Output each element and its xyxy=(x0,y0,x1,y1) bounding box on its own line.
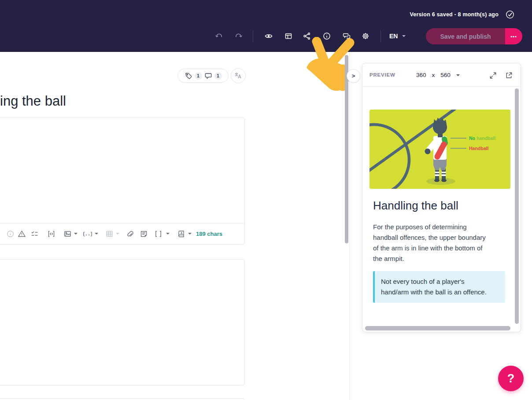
chevron-down-icon xyxy=(456,74,460,76)
redo-icon[interactable] xyxy=(231,28,247,44)
warning-icon[interactable] xyxy=(17,229,26,238)
language-selector[interactable]: EN xyxy=(389,31,406,41)
expand-preview-icon[interactable] xyxy=(488,71,497,80)
svg-text:Nohandball: Nohandball xyxy=(469,136,495,141)
chevron-down-icon xyxy=(116,233,119,235)
code-block-icon[interactable] xyxy=(47,229,55,238)
preview-title: PREVIEW xyxy=(369,72,395,77)
editor-scrollbar[interactable] xyxy=(345,55,348,243)
variables-icon[interactable]: {..} xyxy=(83,229,92,238)
viewport-height: 560 xyxy=(440,72,451,78)
tag-icon xyxy=(185,72,192,80)
comment-count-badge: 1 xyxy=(214,72,222,80)
settings-gear-icon[interactable] xyxy=(358,28,373,44)
svg-text:{..}: {..} xyxy=(83,231,92,236)
preview-eye-icon[interactable] xyxy=(261,28,277,44)
comments-icon[interactable] xyxy=(339,28,355,44)
lesson-title[interactable]: ing the ball xyxy=(0,93,66,109)
image-insert-icon[interactable] xyxy=(63,229,72,238)
block-info-icon xyxy=(6,229,15,238)
toolbar-separator xyxy=(381,30,381,42)
collapse-preview-button[interactable]: > xyxy=(347,69,360,83)
viewport-width: 360 xyxy=(416,72,426,78)
media-block-card xyxy=(0,259,245,385)
layout-icon[interactable] xyxy=(281,28,296,44)
note-icon[interactable] xyxy=(139,229,148,238)
slide-callout: Not every touch of a player's hand/arm w… xyxy=(373,271,505,303)
text-block-card: {..} A 189 chars xyxy=(0,117,245,245)
open-in-new-window-icon[interactable] xyxy=(504,71,513,80)
undo-icon[interactable] xyxy=(211,28,227,44)
text-block-toolbar: {..} A 189 chars xyxy=(0,223,244,244)
chevron-down-icon[interactable] xyxy=(166,233,170,235)
viewport-size-selector[interactable]: 360 x 560 xyxy=(416,63,460,87)
language-label: EN xyxy=(389,33,398,40)
info-icon[interactable] xyxy=(319,28,335,44)
share-icon[interactable] xyxy=(299,28,315,44)
topbar: Version 6 saved - 8 month(s) ago xyxy=(0,0,532,52)
panel-divider xyxy=(349,52,350,400)
slide-image: Nohandball Handball 11 xyxy=(369,110,510,189)
slide-paragraph: For the purposes of determining handball… xyxy=(373,222,492,264)
attachment-icon[interactable] xyxy=(125,229,134,238)
save-and-publish-button[interactable]: Save and publish xyxy=(426,28,505,44)
glossary-icon[interactable]: A xyxy=(177,229,185,238)
preview-horizontal-scrollbar[interactable] xyxy=(365,326,510,330)
version-status: Version 6 saved - 8 month(s) ago xyxy=(410,11,499,18)
viewport-separator: x xyxy=(432,72,435,78)
svg-text:Handball: Handball xyxy=(469,146,488,151)
brackets-icon[interactable] xyxy=(154,229,163,238)
preview-panel: PREVIEW 360 x 560 xyxy=(362,63,521,332)
preview-vertical-scrollbar[interactable] xyxy=(515,88,519,324)
saved-check-icon xyxy=(505,10,515,19)
chevron-down-icon[interactable] xyxy=(74,233,78,235)
svg-text:11: 11 xyxy=(442,167,444,170)
checklist-icon[interactable] xyxy=(30,229,39,238)
help-button[interactable]: ? xyxy=(498,366,524,391)
svg-text:A: A xyxy=(180,231,182,234)
chevron-down-icon[interactable] xyxy=(188,233,192,235)
app-window: Version 6 saved - 8 month(s) ago xyxy=(0,0,532,400)
character-count: 189 chars xyxy=(196,231,222,237)
toolbar-separator xyxy=(253,30,253,42)
tag-count-badge: 1 xyxy=(195,72,202,80)
more-options-button[interactable]: ••• xyxy=(505,28,522,44)
tags-comments-pill[interactable]: 1 1 xyxy=(177,69,229,83)
chevron-down-icon xyxy=(402,35,406,37)
preview-header: PREVIEW 360 x 560 xyxy=(362,63,521,87)
chevron-down-icon[interactable] xyxy=(95,233,98,235)
comment-icon xyxy=(204,72,212,80)
table-icon xyxy=(105,229,114,238)
translate-icon[interactable] xyxy=(231,68,246,83)
next-block-card xyxy=(0,398,245,400)
slide-title: Handling the ball xyxy=(373,199,458,213)
